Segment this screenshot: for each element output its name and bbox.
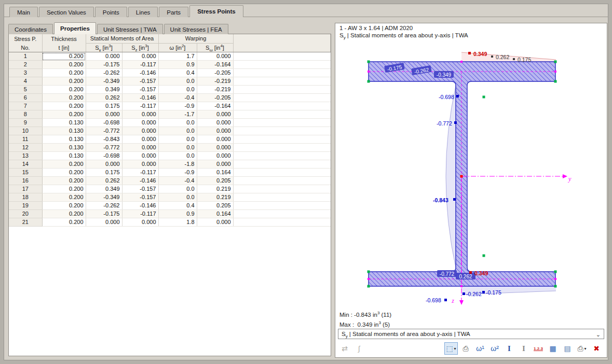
value-cell[interactable]: 0.0: [158, 152, 197, 160]
value-cell[interactable]: -0.205: [197, 69, 233, 77]
empty-cell[interactable]: [233, 202, 331, 210]
value-cell[interactable]: -0.772: [86, 127, 122, 135]
value-cell[interactable]: 0.200: [42, 185, 86, 193]
value-cell[interactable]: 0.0: [158, 86, 197, 94]
value-cell[interactable]: 0.000: [197, 52, 233, 61]
value-cell[interactable]: -0.146: [122, 177, 158, 185]
value-cell[interactable]: -0.205: [197, 94, 233, 102]
value-cell[interactable]: 0.0: [158, 77, 197, 86]
row-number-cell[interactable]: 10: [9, 127, 42, 135]
empty-cell[interactable]: [233, 69, 331, 77]
value-cell[interactable]: 0.000: [122, 127, 158, 135]
value-cell[interactable]: 0.200: [42, 218, 86, 227]
empty-cell[interactable]: [233, 127, 331, 135]
main-tab-points[interactable]: Points: [95, 7, 127, 17]
value-cell[interactable]: -0.146: [122, 94, 158, 102]
value-cell[interactable]: 0.130: [42, 127, 86, 135]
empty-cell[interactable]: [233, 77, 331, 86]
value-cell[interactable]: 0.000: [122, 119, 158, 127]
value-cell[interactable]: 0.130: [42, 152, 86, 160]
value-cell[interactable]: 0.200: [42, 110, 86, 119]
value-cell[interactable]: 0.130: [42, 119, 86, 127]
show-section-solid-icon[interactable]: I: [502, 342, 516, 355]
value-cell[interactable]: 0.0: [158, 193, 197, 202]
value-cell[interactable]: -0.175: [86, 210, 122, 218]
value-cell[interactable]: 0.130: [42, 144, 86, 152]
show-numbering-icon[interactable]: 1.2.3: [532, 342, 545, 355]
row-number-cell[interactable]: 5: [9, 86, 42, 94]
empty-cell[interactable]: [233, 218, 331, 227]
empty-cell[interactable]: [233, 61, 331, 69]
row-number-cell[interactable]: 7: [9, 102, 42, 110]
row-number-cell[interactable]: 6: [9, 94, 42, 102]
show-stress-points-icon[interactable]: ω¹: [473, 342, 487, 355]
result-type-dropdown[interactable]: Sy | Statical moments of area about y-ax…: [338, 329, 604, 339]
value-cell[interactable]: 0.000: [122, 110, 158, 119]
main-tab-main[interactable]: Main: [9, 7, 38, 17]
value-cell[interactable]: 0.000: [86, 218, 122, 227]
row-number-cell[interactable]: 14: [9, 160, 42, 169]
row-number-cell[interactable]: 19: [9, 202, 42, 210]
section-shape[interactable]: [369, 62, 555, 286]
row-number-cell[interactable]: 18: [9, 193, 42, 202]
value-cell[interactable]: 0.000: [86, 110, 122, 119]
value-cell[interactable]: -0.146: [122, 69, 158, 77]
value-cell[interactable]: 0.9: [158, 61, 197, 69]
value-cell[interactable]: 0.219: [197, 193, 233, 202]
value-cell[interactable]: 0.164: [197, 169, 233, 177]
value-cell[interactable]: 0.000: [122, 160, 158, 169]
print-icon[interactable]: ⎙: [459, 342, 472, 355]
sub-tab-unit-stresses-fea[interactable]: Unit Stresses | FEA: [164, 24, 228, 34]
value-cell[interactable]: 0.349: [86, 86, 122, 94]
empty-cell[interactable]: [233, 110, 331, 119]
row-number-cell[interactable]: 3: [9, 69, 42, 77]
row-number-cell[interactable]: 2: [9, 61, 42, 69]
value-cell[interactable]: -0.219: [197, 86, 233, 94]
value-cell[interactable]: 0.000: [197, 135, 233, 144]
empty-cell[interactable]: [233, 210, 331, 218]
row-number-cell[interactable]: 1: [9, 52, 42, 61]
value-cell[interactable]: 0.000: [197, 110, 233, 119]
value-cell[interactable]: 0.000: [122, 144, 158, 152]
value-cell[interactable]: -0.349: [86, 193, 122, 202]
value-cell[interactable]: -0.9: [158, 169, 197, 177]
value-cell[interactable]: -0.157: [122, 185, 158, 193]
show-section-outline-icon[interactable]: I: [517, 342, 531, 355]
empty-cell[interactable]: [233, 102, 331, 110]
value-cell[interactable]: 1.8: [158, 218, 197, 227]
print-graphic-icon[interactable]: ⎙▾: [575, 342, 589, 355]
value-cell[interactable]: 0.000: [122, 52, 158, 61]
value-cell[interactable]: 0.000: [122, 152, 158, 160]
value-cell[interactable]: -0.772: [86, 144, 122, 152]
value-cell[interactable]: -0.4: [158, 177, 197, 185]
selection-mode-icon[interactable]: ⬚▾: [444, 342, 458, 355]
value-cell[interactable]: 0.9: [158, 210, 197, 218]
empty-cell[interactable]: [233, 86, 331, 94]
sub-tab-unit-stresses-twa[interactable]: Unit Stresses | TWA: [97, 24, 163, 34]
value-cell[interactable]: -0.698: [86, 152, 122, 160]
sub-tab-properties[interactable]: Properties: [54, 22, 96, 34]
value-cell[interactable]: -0.117: [122, 102, 158, 110]
row-number-cell[interactable]: 17: [9, 185, 42, 193]
empty-cell[interactable]: [233, 52, 331, 61]
value-cell[interactable]: -1.7: [158, 110, 197, 119]
value-cell[interactable]: 0.200: [42, 61, 86, 69]
row-number-cell[interactable]: 16: [9, 177, 42, 185]
value-cell[interactable]: 0.200: [42, 102, 86, 110]
value-cell[interactable]: 0.000: [122, 135, 158, 144]
value-cell[interactable]: -0.843: [86, 135, 122, 144]
value-cell[interactable]: 0.000: [197, 127, 233, 135]
value-cell[interactable]: 0.262: [86, 94, 122, 102]
main-tab-lines[interactable]: Lines: [128, 7, 158, 17]
value-cell[interactable]: -0.117: [122, 169, 158, 177]
value-cell[interactable]: -1.8: [158, 160, 197, 169]
value-cell[interactable]: -0.4: [158, 94, 197, 102]
value-cell[interactable]: 0.0: [158, 127, 197, 135]
row-number-cell[interactable]: 13: [9, 152, 42, 160]
empty-cell[interactable]: [233, 185, 331, 193]
sub-tab-coordinates[interactable]: Coordinates: [8, 24, 53, 34]
value-cell[interactable]: 0.349: [86, 185, 122, 193]
show-table-icon[interactable]: ▦: [546, 342, 560, 355]
value-cell[interactable]: 0.200: [42, 94, 86, 102]
value-cell[interactable]: 0.200: [42, 193, 86, 202]
